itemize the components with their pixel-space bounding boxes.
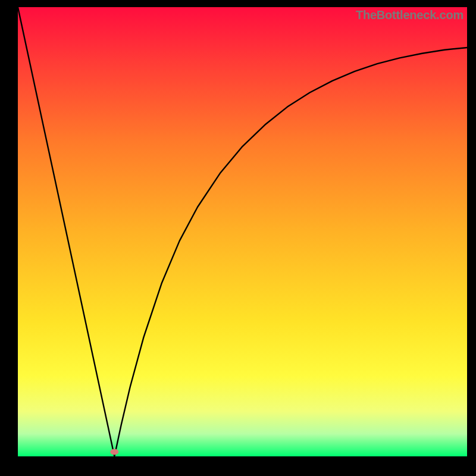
chart-marker — [110, 449, 118, 455]
chart-svg — [18, 7, 467, 456]
chart-background — [18, 7, 467, 456]
watermark-label: TheBottleneck.com — [356, 8, 464, 22]
chart-plot-area: TheBottleneck.com — [18, 7, 467, 456]
chart-frame: TheBottleneck.com — [0, 0, 476, 476]
